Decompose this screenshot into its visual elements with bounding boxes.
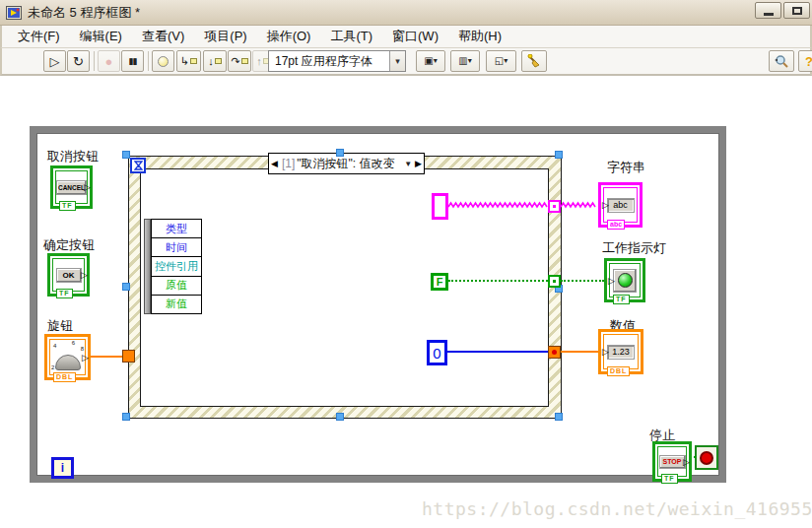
retain-wire-values-button[interactable]: ↳ xyxy=(176,50,201,72)
menubar: 文件(F) 编辑(E) 查看(V) 项目(P) 操作(O) 工具(T) 窗口(W… xyxy=(0,26,812,48)
menu-item-project[interactable]: 项目(P) xyxy=(194,26,256,47)
boolean-output-tunnel[interactable] xyxy=(548,275,561,288)
help-button[interactable]: ? xyxy=(798,50,812,72)
string-wire-inside[interactable] xyxy=(448,201,549,209)
indicator-input-arrow: ▷ xyxy=(608,276,615,285)
event-data-item-newval[interactable]: 新值 xyxy=(152,296,201,313)
control-output-arrow: ▷ xyxy=(81,271,88,280)
string-output-tunnel[interactable] xyxy=(548,200,561,213)
event-data-item-oldval[interactable]: 原值 xyxy=(152,277,201,296)
loop-iteration-terminal[interactable]: i xyxy=(51,457,74,479)
indicator-input-arrow: ▷ xyxy=(602,201,609,210)
event-data-item-type[interactable]: 类型 xyxy=(152,220,201,238)
selection-handle-bottom-right[interactable] xyxy=(555,413,563,421)
selection-handle-top-left[interactable] xyxy=(122,151,130,159)
menu-item-window[interactable]: 窗口(W) xyxy=(382,26,448,47)
led-face xyxy=(613,269,637,293)
led-indicator-terminal[interactable]: ▷ TF xyxy=(604,258,645,302)
control-output-arrow: ▷ xyxy=(683,457,690,466)
knob-terminal[interactable]: 2 4 6 8 ▷ DBL xyxy=(44,334,91,380)
stop-button-face: STOP xyxy=(659,455,686,469)
stop-button-terminal[interactable]: STOP ▷ TF xyxy=(652,441,692,482)
cleanup-diagram-button[interactable] xyxy=(521,50,547,72)
boolean-wire-inside[interactable] xyxy=(448,280,548,282)
knob-tick: 4 xyxy=(53,343,56,349)
highlight-execution-button[interactable] xyxy=(152,50,174,72)
event-data-node[interactable]: 类型 时间 控件引用 原值 新值 xyxy=(151,219,202,314)
distribute-objects-button[interactable]: ▥▾ xyxy=(450,50,480,72)
led-indicator-label: 工作指示灯 xyxy=(602,239,666,257)
selection-handle-top-right[interactable] xyxy=(555,151,563,159)
string-value-face: abc xyxy=(607,198,635,213)
pause-button[interactable]: ▮▮ xyxy=(121,50,144,72)
align-objects-icon: ▣ xyxy=(424,56,433,66)
minimize-button[interactable] xyxy=(755,2,781,19)
false-boolean-constant[interactable]: F xyxy=(431,273,448,291)
selection-handle-bottom-left[interactable] xyxy=(122,413,130,421)
event-selector-label[interactable]: ◀ [1] "取消按钮": 值改变 ▼ ▶ xyxy=(268,153,425,174)
menu-item-help[interactable]: 帮助(H) xyxy=(448,26,511,47)
titlebar[interactable]: 未命名 5 程序框图 * xyxy=(0,0,812,26)
run-continuous-button[interactable]: ↻ xyxy=(67,50,90,72)
event-case-title: "取消按钮": 值改变 xyxy=(297,156,394,172)
app-icon xyxy=(6,5,22,21)
menu-item-operate[interactable]: 操作(O) xyxy=(257,26,321,47)
step-out-icon: ↑ xyxy=(256,56,262,67)
knob-input-tunnel[interactable] xyxy=(122,350,135,363)
numeric-indicator-terminal[interactable]: ▷ 1.23 DBL xyxy=(598,329,643,374)
case-dropdown-icon[interactable]: ▼ xyxy=(404,160,413,168)
block-diagram[interactable]: i ◀ [1] "取消按钮": 值改变 ▼ ▶ 类型 时间 xyxy=(0,76,812,528)
tunnel-dot xyxy=(553,280,556,283)
previous-case-icon[interactable]: ◀ xyxy=(269,159,280,168)
lightbulb-icon xyxy=(158,56,169,67)
indicator-input-arrow: ▷ xyxy=(602,348,609,357)
abort-icon: ● xyxy=(105,55,113,68)
align-objects-button[interactable]: ▣▾ xyxy=(416,50,445,72)
event-data-node-rail[interactable] xyxy=(144,219,151,314)
string-indicator-label: 字符串 xyxy=(607,159,645,176)
dbl-tag: DBL xyxy=(607,366,630,376)
string-wire-outside[interactable] xyxy=(561,201,598,209)
ok-button-label: 确定按钮 xyxy=(43,236,95,254)
run-button[interactable]: ▷ xyxy=(43,50,66,72)
numeric-output-tunnel-coercion[interactable] xyxy=(548,346,561,359)
resize-objects-button[interactable]: ◱▾ xyxy=(486,50,516,72)
double-wire-outside[interactable] xyxy=(561,351,598,353)
cancel-button-face: CANCEL xyxy=(56,180,87,195)
knob-label: 旋钮 xyxy=(47,317,73,335)
selection-handle-top-middle[interactable] xyxy=(336,149,344,157)
led-lamp-icon xyxy=(618,273,633,288)
zero-numeric-constant[interactable]: 0 xyxy=(427,340,447,365)
selection-handle-bottom-middle[interactable] xyxy=(336,413,344,421)
dbl-tag: DBL xyxy=(53,372,76,382)
next-case-icon[interactable]: ▶ xyxy=(413,159,424,168)
boolean-wire-outside[interactable] xyxy=(561,280,604,282)
event-data-item-time[interactable]: 时间 xyxy=(152,238,201,257)
maximize-button[interactable] xyxy=(783,2,810,19)
iteration-label: i xyxy=(61,461,64,475)
string-indicator-terminal[interactable]: ▷ abc abc xyxy=(598,182,643,228)
loop-condition-terminal[interactable] xyxy=(695,445,718,470)
step-into-button[interactable]: ↓ xyxy=(203,50,227,72)
ok-button-terminal[interactable]: OK ▷ TF xyxy=(47,253,90,297)
knob-wire[interactable] xyxy=(91,356,122,358)
font-selector[interactable]: 17pt 应用程序字体 ▾ xyxy=(268,50,406,72)
menu-item-file[interactable]: 文件(F) xyxy=(8,26,70,47)
empty-string-constant[interactable] xyxy=(432,193,448,220)
search-button[interactable] xyxy=(769,50,794,72)
integer-wire-inside[interactable] xyxy=(447,351,548,353)
step-over-icon: ↷ xyxy=(231,56,239,67)
retain-wires-icon: ↳ xyxy=(180,56,189,67)
step-over-button[interactable]: ↷ xyxy=(228,50,251,72)
menu-item-edit[interactable]: 编辑(E) xyxy=(70,26,132,47)
menu-item-view[interactable]: 查看(V) xyxy=(132,26,194,47)
event-timeout-terminal[interactable] xyxy=(130,158,146,173)
chevron-down-icon: ▾ xyxy=(389,51,405,71)
broom-icon xyxy=(527,54,541,68)
cancel-button-terminal[interactable]: CANCEL ▷ TF xyxy=(50,165,93,209)
abc-tag: abc xyxy=(607,220,625,230)
menu-item-tools[interactable]: 工具(T) xyxy=(320,26,382,47)
event-data-item-ctlref[interactable]: 控件引用 xyxy=(152,257,201,276)
selection-handle-middle-left[interactable] xyxy=(122,283,130,291)
abort-button[interactable]: ● xyxy=(98,50,120,72)
